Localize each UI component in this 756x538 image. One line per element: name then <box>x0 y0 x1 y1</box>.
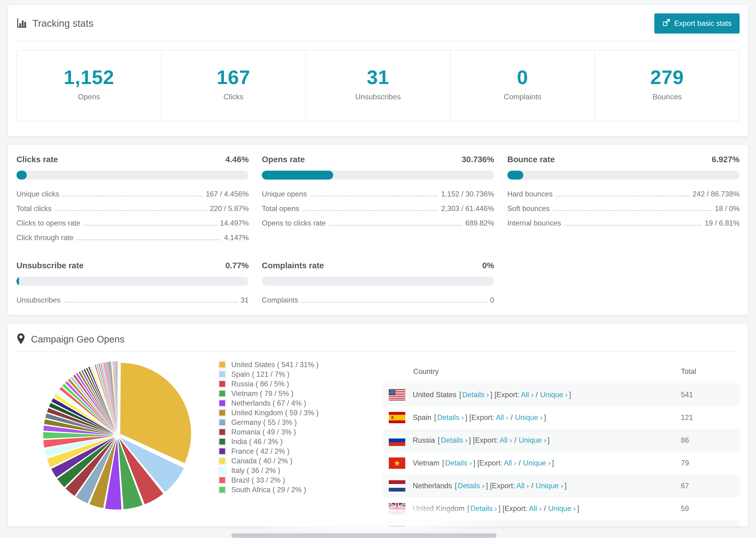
bounce-rate-panel: Bounce rate 6.927% Hard bounces242 / 86.… <box>507 155 739 242</box>
legend-swatch <box>218 390 226 398</box>
details-link[interactable]: Details › <box>470 505 497 513</box>
legend-item: Germany ( 55 / 3% ) <box>218 418 383 426</box>
export-unique-link[interactable]: Unique › <box>548 505 576 513</box>
dotted-leader <box>64 302 237 302</box>
stat-row: Unique clicks167 / 4.456% <box>17 190 249 198</box>
legend-item: Vietnam ( 79 / 5% ) <box>218 390 383 398</box>
complaints-rate-panel: Complaints rate 0% Complaints0 <box>262 261 494 304</box>
legend-swatch <box>218 476 226 484</box>
unsubscribe-rate-progress <box>17 277 249 286</box>
stat-row: Total clicks220 / 5.87% <box>17 204 249 213</box>
dotted-leader <box>310 196 438 196</box>
details-link[interactable]: Details › <box>462 391 489 399</box>
legend-swatch <box>218 447 226 455</box>
table-row: United States [Details ›] [Export:All ›/… <box>383 383 739 406</box>
details-link[interactable]: Details › <box>437 413 464 422</box>
summary-complaints: 0 Complaints <box>450 50 595 121</box>
legend-item: Russia ( 86 / 5% ) <box>218 380 383 388</box>
bounce-rate-progress <box>507 171 739 180</box>
country-name: United States <box>413 391 457 399</box>
details-link[interactable]: Details › <box>445 459 472 467</box>
geo-table-header: Country Total <box>383 360 739 383</box>
export-all-link[interactable]: All › <box>516 482 529 490</box>
page-title: Tracking stats <box>32 18 93 29</box>
geo-divider <box>17 351 739 352</box>
complaints-rate-progress <box>262 277 494 286</box>
unsubscribe-rate-title: Unsubscribe rate <box>17 261 83 270</box>
pie-slice[interactable] <box>111 361 117 432</box>
bar-chart-icon <box>17 18 27 29</box>
dotted-leader <box>329 225 462 226</box>
legend-swatch <box>218 428 226 436</box>
export-basic-stats-button[interactable]: Export basic stats <box>654 13 739 33</box>
export-unique-link[interactable]: Unique › <box>515 413 543 422</box>
export-unique-link[interactable]: Unique › <box>540 391 568 399</box>
country-total: 121 <box>681 413 739 422</box>
summary-unsubscribes: 31 Unsubscribes <box>305 50 450 121</box>
stat-row: Unique opens1,152 / 30.736% <box>262 190 494 198</box>
total-column-header: Total <box>681 367 739 376</box>
complaints-rate-title: Complaints rate <box>262 261 324 270</box>
country-total: 86 <box>681 436 739 445</box>
dotted-leader <box>301 302 487 302</box>
geo-opens-card: Campaign Geo Opens United States ( 541 /… <box>8 323 748 527</box>
opens-label: Opens <box>17 92 161 101</box>
export-all-link[interactable]: All › <box>499 436 512 445</box>
bounce-rate-value: 6.927% <box>712 155 739 164</box>
legend-item: Spain ( 121 / 7% ) <box>218 370 383 378</box>
table-row: Spain [Details ›] [Export:All ›/Unique ›… <box>383 406 739 429</box>
clicks-rate-title: Clicks rate <box>17 155 58 164</box>
legend-item: Brazil ( 33 / 2% ) <box>218 476 383 484</box>
stat-row: Click through rate4.147% <box>17 234 249 242</box>
legend-item: Italy ( 36 / 2% ) <box>218 467 383 474</box>
stat-row: Clicks to opens rate14.497% <box>17 219 249 228</box>
opens-rate-panel: Opens rate 30.736% Unique opens1,152 / 3… <box>262 155 494 242</box>
complaints-rate-value: 0% <box>482 261 494 270</box>
stat-row: Complaints0 <box>262 296 494 304</box>
details-link[interactable]: Details › <box>458 482 485 490</box>
export-all-link[interactable]: All › <box>496 413 508 422</box>
opens-count: 1,152 <box>17 66 161 89</box>
geo-pie-wrap <box>17 360 218 527</box>
legend-swatch <box>218 467 226 474</box>
complaints-count: 0 <box>451 66 595 89</box>
legend-swatch <box>218 370 226 378</box>
flag-vietnam <box>389 457 405 469</box>
summary-bounces: 279 Bounces <box>594 50 739 121</box>
bounces-label: Bounces <box>595 92 739 101</box>
legend-swatch <box>218 438 226 446</box>
opens-rate-value: 30.736% <box>461 155 494 164</box>
country-name: Netherlands <box>413 482 452 490</box>
stat-row: Opens to clicks rate689.82% <box>262 219 494 228</box>
legend-item: South Africa ( 29 / 2% ) <box>218 486 383 494</box>
stat-row: Internal bounces19 / 6.81% <box>507 219 739 228</box>
legend-item: Netherlands ( 67 / 4% ) <box>218 399 383 407</box>
geo-section-title: Campaign Geo Opens <box>31 334 125 345</box>
export-button-label: Export basic stats <box>674 19 731 28</box>
legend-swatch <box>218 399 226 407</box>
flag-netherlands <box>389 480 405 492</box>
table-row: Russia [Details ›] [Export:All ›/Unique … <box>383 429 739 452</box>
dotted-leader <box>83 225 217 226</box>
country-name: Vietnam <box>413 459 439 467</box>
flag-united-states <box>389 389 405 401</box>
dotted-leader <box>63 196 203 196</box>
export-unique-link[interactable]: Unique › <box>523 459 551 467</box>
clicks-label: Clicks <box>162 92 306 101</box>
geo-table: Country Total United States [Details ›] … <box>383 360 739 527</box>
legend-item: United Kingdom ( 59 / 3% ) <box>218 409 383 417</box>
geo-pie-chart[interactable] <box>41 360 193 512</box>
opens-rate-title: Opens rate <box>262 155 305 164</box>
export-unique-link[interactable]: Unique › <box>519 436 546 445</box>
tracking-stats-card: Tracking stats Export basic stats 1,152 … <box>8 5 748 136</box>
export-all-link[interactable]: All › <box>504 459 516 467</box>
export-all-link[interactable]: All › <box>521 391 533 399</box>
dotted-leader <box>553 210 712 211</box>
details-link[interactable]: Details › <box>441 436 467 445</box>
export-all-link[interactable]: All › <box>529 505 541 513</box>
dotted-leader <box>55 210 207 211</box>
country-total: 67 <box>681 482 739 490</box>
legend-swatch <box>218 380 226 388</box>
export-unique-link[interactable]: Unique › <box>536 482 563 490</box>
horizontal-scrollbar-thumb[interactable] <box>231 533 497 538</box>
